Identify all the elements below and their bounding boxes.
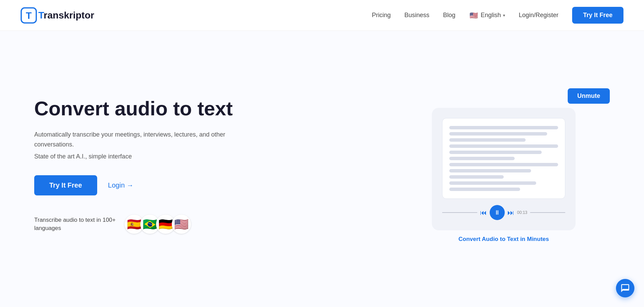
- text-line-5: [449, 151, 542, 154]
- language-selector[interactable]: 🇺🇸 English ▾: [469, 11, 505, 20]
- logo-text: Transkriptor: [38, 10, 94, 21]
- hero-cta: Try It Free Login →: [34, 175, 267, 195]
- forward-icon[interactable]: ⏭: [507, 209, 514, 217]
- flag-us-icon: 🇺🇸: [469, 11, 479, 20]
- svg-text:T: T: [26, 10, 31, 21]
- languages-label: Transcribe audio to text in 100+ languag…: [34, 216, 116, 232]
- audio-bar-left: [442, 212, 477, 213]
- chat-bubble[interactable]: [616, 279, 634, 297]
- hero-right: Unmute ⏮ ⏸ ⏭ 00:13: [384, 88, 623, 243]
- text-line-6: [449, 157, 515, 160]
- transcript-card: ⏮ ⏸ ⏭ 00:13: [432, 108, 576, 230]
- audio-controls: ⏮ ⏸ ⏭ 00:13: [442, 205, 565, 220]
- pause-icon[interactable]: ⏸: [490, 205, 505, 220]
- hero-languages: Transcribe audio to text in 100+ languag…: [34, 215, 267, 234]
- audio-time: 00:13: [517, 210, 527, 215]
- hero-section: Convert audio to text Automatically tran…: [0, 31, 644, 307]
- text-line-9: [449, 175, 504, 179]
- navbar: T Transkriptor Pricing Business Blog 🇺🇸 …: [0, 0, 644, 31]
- try-free-nav-button[interactable]: Try It Free: [572, 7, 623, 24]
- text-line-7: [449, 163, 558, 166]
- rewind-icon[interactable]: ⏮: [480, 209, 487, 217]
- chevron-down-icon: ▾: [503, 13, 505, 18]
- unmute-button[interactable]: Unmute: [568, 88, 610, 104]
- nav-business[interactable]: Business: [404, 12, 429, 19]
- text-line-10: [449, 181, 536, 185]
- text-line-4: [449, 144, 558, 148]
- flag-us: 🇺🇸: [172, 215, 191, 234]
- nav-pricing[interactable]: Pricing: [372, 12, 391, 19]
- login-register-link[interactable]: Login/Register: [519, 12, 558, 19]
- logo[interactable]: T Transkriptor: [21, 7, 94, 24]
- text-line-11: [449, 188, 520, 191]
- hero-title: Convert audio to text: [34, 97, 267, 120]
- audio-bar-right: [530, 212, 565, 213]
- transcript-inner: [442, 118, 565, 199]
- text-line-8: [449, 169, 531, 172]
- text-line-3: [449, 138, 526, 142]
- logo-icon: T: [21, 7, 37, 24]
- convert-caption: Convert Audio to Text in Minutes: [459, 236, 549, 243]
- language-label: English: [481, 12, 501, 19]
- flags-row: 🇪🇸 🇧🇷 🇩🇪 🇺🇸: [125, 215, 191, 234]
- hero-subtitle: Automatically transcribe your meetings, …: [34, 130, 233, 150]
- hero-tagline: State of the art A.I., simple interface: [34, 153, 267, 160]
- hero-left: Convert audio to text Automatically tran…: [34, 97, 267, 233]
- chat-icon: [620, 283, 630, 293]
- try-free-hero-button[interactable]: Try It Free: [34, 175, 97, 195]
- nav-links: Pricing Business Blog 🇺🇸 English ▾ Login…: [372, 7, 623, 24]
- nav-blog[interactable]: Blog: [443, 12, 455, 19]
- login-hero-link[interactable]: Login →: [108, 181, 134, 189]
- text-line-2: [449, 132, 547, 136]
- text-line-1: [449, 126, 558, 129]
